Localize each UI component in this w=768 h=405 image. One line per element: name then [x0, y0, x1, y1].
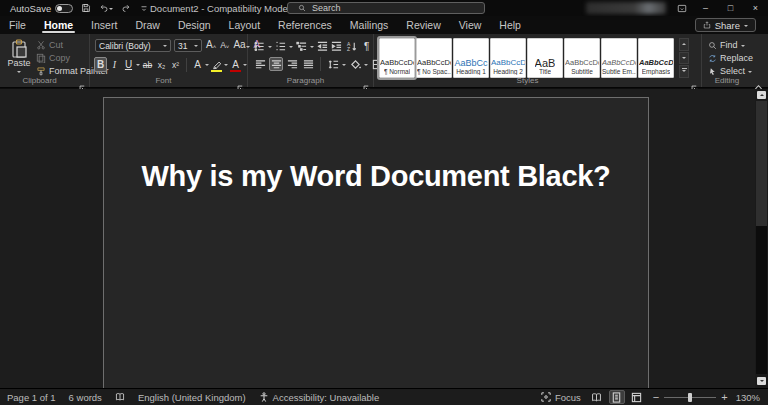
save-button[interactable] [81, 3, 91, 13]
tab-view[interactable]: View [450, 16, 491, 34]
styles-scroll-down-button[interactable] [679, 52, 689, 65]
bullets-button[interactable] [253, 39, 266, 53]
word-count-status[interactable]: 6 words [69, 392, 102, 403]
font-name-combobox[interactable]: Calibri (Body) [95, 39, 171, 52]
multilevel-list-button[interactable] [295, 39, 308, 53]
ribbon-display-options-button[interactable] [671, 0, 693, 16]
align-left-button[interactable] [253, 57, 267, 71]
page-number-status[interactable]: Page 1 of 1 [7, 392, 56, 403]
scroll-up-button[interactable] [757, 91, 766, 99]
find-caret[interactable] [741, 45, 745, 49]
tab-home[interactable]: Home [35, 16, 82, 34]
close-button[interactable]: × [743, 0, 768, 16]
bold-button[interactable]: B [94, 57, 107, 72]
accessibility-status[interactable]: Accessibility: Unavailable [259, 392, 380, 403]
select-button[interactable]: Select [708, 66, 752, 76]
justify-button[interactable] [301, 57, 315, 71]
zoom-slider-thumb[interactable] [688, 393, 692, 402]
numbering-button[interactable] [274, 39, 287, 53]
maximize-button[interactable]: □ [718, 0, 743, 16]
replace-button[interactable]: Replace [708, 53, 753, 63]
read-mode-button[interactable] [589, 390, 605, 404]
language-status[interactable]: English (United Kingdom) [138, 392, 246, 403]
style-heading-1[interactable]: AaBbCc Heading 1 [453, 38, 489, 78]
print-layout-button[interactable] [609, 390, 625, 404]
zoom-in-button[interactable]: + [721, 391, 727, 403]
shading-caret[interactable] [364, 64, 368, 68]
superscript-button[interactable]: x² [169, 57, 182, 72]
styles-dialog-launcher[interactable] [691, 78, 698, 85]
style-heading-2[interactable]: AaBbCcD Heading 2 [490, 38, 526, 78]
font-dialog-launcher[interactable] [237, 78, 244, 85]
tab-draw[interactable]: Draw [126, 16, 169, 34]
shading-button[interactable] [348, 57, 362, 71]
web-layout-button[interactable] [629, 390, 645, 404]
search-box[interactable]: Search [287, 2, 485, 14]
customize-qat-button[interactable] [139, 3, 149, 13]
tab-mailings[interactable]: Mailings [341, 16, 398, 34]
user-account-blurred[interactable] [586, 2, 666, 14]
highlight-color-button[interactable] [210, 57, 223, 72]
redo-button[interactable] [121, 3, 131, 13]
style-emphasis[interactable]: AaBbCcDc Emphasis [638, 38, 674, 78]
subscript-button[interactable]: x₂ [155, 57, 168, 72]
tab-help[interactable]: Help [490, 16, 530, 34]
zoom-out-button[interactable]: − [653, 391, 659, 403]
bullets-caret[interactable] [268, 46, 272, 50]
sort-button[interactable]: AZ [345, 39, 358, 53]
strikethrough-button[interactable]: ab [141, 57, 154, 72]
paste-caret[interactable] [17, 71, 21, 75]
find-button[interactable]: Find [708, 40, 745, 50]
decrease-indent-button[interactable] [316, 39, 329, 53]
style-title[interactable]: AaB Title [527, 38, 563, 78]
share-button[interactable]: Share [695, 18, 756, 32]
proofing-status[interactable] [115, 392, 125, 402]
tab-review[interactable]: Review [397, 16, 449, 34]
line-spacing-caret[interactable] [342, 64, 346, 68]
scrollbar-thumb[interactable] [756, 101, 767, 226]
show-hide-pilcrow-button[interactable]: ¶ [360, 39, 373, 53]
tab-design[interactable]: Design [169, 16, 220, 34]
tab-file[interactable]: File [0, 16, 35, 34]
paste-button[interactable]: Paste [5, 39, 33, 81]
select-caret[interactable] [748, 71, 752, 75]
document-page[interactable]: Why is my Word Document Black? [103, 97, 649, 388]
zoom-slider[interactable] [664, 393, 716, 402]
style-subtle-emphasis[interactable]: AaBbCcDc Subtle Em... [601, 38, 637, 78]
style-normal[interactable]: AaBbCcDc ¶ Normal [379, 38, 415, 78]
paragraph-dialog-launcher[interactable] [363, 78, 370, 85]
shrink-font-button[interactable]: A˅ [220, 40, 229, 50]
align-center-button[interactable] [269, 57, 283, 71]
line-spacing-button[interactable] [326, 57, 340, 71]
text-effects-caret[interactable] [205, 64, 209, 68]
styles-scroll-up-button[interactable] [679, 38, 689, 51]
align-right-button[interactable] [285, 57, 299, 71]
grow-font-button[interactable]: A˄ [206, 39, 216, 50]
style-subtitle[interactable]: AaBbCcDc Subtitle [564, 38, 600, 78]
vertical-scrollbar[interactable] [755, 89, 768, 388]
copy-button[interactable]: Copy [36, 53, 70, 63]
cut-button[interactable]: Cut [36, 40, 63, 50]
font-color-caret[interactable] [243, 64, 247, 68]
multilevel-caret[interactable] [310, 46, 314, 50]
minimize-button[interactable]: – [693, 0, 718, 16]
text-effects-button[interactable]: A [191, 57, 204, 72]
underline-button[interactable]: U [122, 57, 135, 72]
highlight-caret[interactable] [224, 64, 228, 68]
tab-insert[interactable]: Insert [82, 16, 126, 34]
document-heading-text[interactable]: Why is my Word Document Black? [104, 160, 648, 193]
autosave-control[interactable]: AutoSave [10, 3, 73, 14]
font-color-button[interactable]: A [229, 57, 242, 72]
focus-mode-button[interactable]: Focus [541, 392, 581, 403]
undo-button[interactable] [99, 3, 113, 13]
zoom-percentage[interactable]: 130% [736, 392, 760, 403]
underline-caret[interactable] [136, 64, 140, 68]
clipboard-dialog-launcher[interactable] [79, 78, 86, 85]
style-no-spacing[interactable]: AaBbCcDc ¶ No Spac... [416, 38, 452, 78]
tab-layout[interactable]: Layout [220, 16, 270, 34]
increase-indent-button[interactable] [330, 39, 343, 53]
italic-button[interactable]: I [108, 57, 121, 72]
autosave-toggle[interactable] [55, 4, 73, 13]
numbering-caret[interactable] [289, 46, 293, 50]
font-size-combobox[interactable]: 31 [174, 39, 202, 52]
